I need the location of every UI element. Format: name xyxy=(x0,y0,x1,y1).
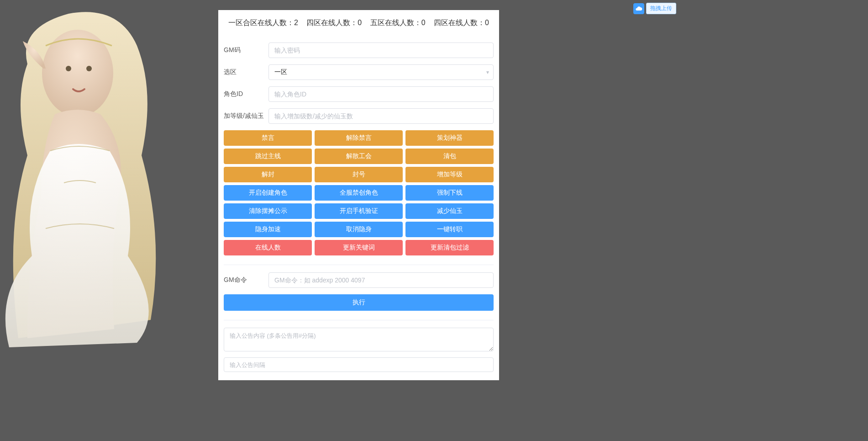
reduce-xianyu-button[interactable]: 减少仙玉 xyxy=(405,203,494,219)
zone4a-label: 四区在线人数： xyxy=(306,19,358,27)
mute-button[interactable]: 禁言 xyxy=(224,130,312,146)
svg-point-2 xyxy=(86,66,92,71)
update-keywords-button[interactable]: 更新关键词 xyxy=(315,240,403,255)
disband-guild-button[interactable]: 解散工会 xyxy=(315,149,403,164)
disable-create-role-button[interactable]: 全服禁创角色 xyxy=(315,185,403,201)
update-clearbag-filter-button[interactable]: 更新清包过滤 xyxy=(405,240,494,255)
admin-panel: 一区合区在线人数：2 四区在线人数：0 五区在线人数：0 四区在线人数：0 GM… xyxy=(218,10,499,380)
section-divider xyxy=(224,265,494,265)
cloud-upload-icon[interactable] xyxy=(633,3,644,14)
planner-artifact-button[interactable]: 策划神器 xyxy=(405,130,494,146)
zone4b-label: 四区在线人数： xyxy=(434,19,485,27)
section-divider-2 xyxy=(224,320,494,320)
role-id-label: 角色ID xyxy=(224,90,268,98)
online-count-button[interactable]: 在线人数 xyxy=(224,240,312,255)
force-offline-button[interactable]: 强制下线 xyxy=(405,185,494,201)
action-button-grid: 禁言 解除禁言 策划神器 跳过主线 解散工会 清包 解封 封号 增加等级 开启创… xyxy=(218,130,499,255)
zone1-label: 一区合区在线人数： xyxy=(228,19,294,27)
ban-button[interactable]: 封号 xyxy=(315,167,403,182)
background-illustration xyxy=(0,0,192,352)
enable-create-role-button[interactable]: 开启创建角色 xyxy=(224,185,312,201)
zone-select-label: 选区 xyxy=(224,68,268,76)
gm-cmd-input[interactable] xyxy=(268,272,494,288)
zone4b-count: 0 xyxy=(485,19,489,27)
unban-button[interactable]: 解封 xyxy=(224,167,312,182)
gm-code-input[interactable] xyxy=(268,43,494,58)
unmute-button[interactable]: 解除禁言 xyxy=(315,130,403,146)
zone5-count: 0 xyxy=(421,19,426,27)
announcement-interval-input[interactable] xyxy=(224,357,494,372)
zone1-count: 2 xyxy=(294,19,298,27)
skip-mainline-button[interactable]: 跳过主线 xyxy=(224,149,312,164)
elf-character-image xyxy=(0,0,192,352)
gm-code-label: GM码 xyxy=(224,46,268,54)
zone-select[interactable] xyxy=(268,64,494,80)
level-input[interactable] xyxy=(268,108,494,124)
level-label: 加等级/减仙玉 xyxy=(224,112,268,120)
cancel-stealth-button[interactable]: 取消隐身 xyxy=(315,222,403,237)
upload-widget: 拖拽上传 xyxy=(633,3,676,14)
drag-upload-button[interactable]: 拖拽上传 xyxy=(646,3,676,14)
gm-form-section: GM码 选区 ▾ 角色ID 加等级/减仙玉 xyxy=(218,37,499,124)
announcement-content-input[interactable] xyxy=(224,328,494,351)
svg-point-1 xyxy=(66,66,71,71)
clear-bag-button[interactable]: 清包 xyxy=(405,149,494,164)
online-counts-header: 一区合区在线人数：2 四区在线人数：0 五区在线人数：0 四区在线人数：0 xyxy=(218,10,499,37)
stealth-speedup-button[interactable]: 隐身加速 xyxy=(224,222,312,237)
role-id-input[interactable] xyxy=(268,86,494,102)
one-click-class-change-button[interactable]: 一键转职 xyxy=(405,222,494,237)
execute-button[interactable]: 执行 xyxy=(224,294,494,311)
zone5-label: 五区在线人数： xyxy=(370,19,421,27)
clear-stall-notice-button[interactable]: 清除摆摊公示 xyxy=(224,203,312,219)
add-level-button[interactable]: 增加等级 xyxy=(405,167,494,182)
enable-phone-verify-button[interactable]: 开启手机验证 xyxy=(315,203,403,219)
zone4a-count: 0 xyxy=(358,19,362,27)
svg-point-0 xyxy=(42,30,113,117)
gm-cmd-label: GM命令 xyxy=(224,276,268,284)
